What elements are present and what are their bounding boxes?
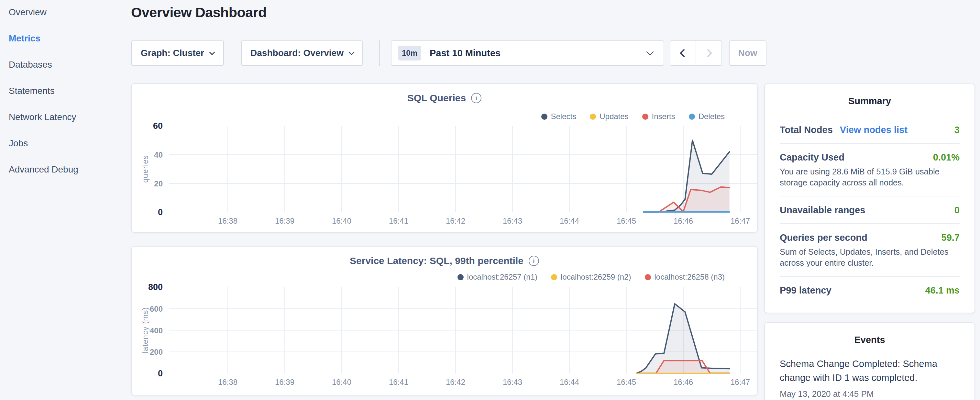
svg-text:40: 40	[154, 150, 163, 159]
summary-label: Queries per second	[780, 233, 867, 243]
service-latency-legend: localhost:26257 (n1)localhost:26259 (n2)…	[458, 273, 725, 282]
chart-title-row: SQL Queries i	[132, 92, 757, 104]
sql-queries-chart: 16:3816:3916:4016:4116:4216:4316:4416:45…	[132, 123, 758, 229]
svg-text:16:46: 16:46	[674, 378, 693, 386]
svg-text:200: 200	[150, 347, 163, 356]
time-next-button[interactable]	[695, 40, 722, 66]
info-icon[interactable]: i	[471, 93, 481, 103]
legend-item[interactable]: localhost:26259 (n2)	[551, 273, 631, 282]
summary-label: Total Nodes	[780, 124, 833, 135]
service-latency-card: Service Latency: SQL, 99th percentile i …	[131, 246, 758, 395]
legend-label: localhost:26259 (n2)	[561, 273, 631, 282]
svg-text:16:38: 16:38	[218, 217, 237, 225]
chart-title: Service Latency: SQL, 99th percentile	[350, 255, 523, 266]
summary-row-p99-latency: P99 latency 46.1 ms	[780, 276, 959, 304]
svg-text:16:43: 16:43	[503, 378, 522, 386]
chart-title-row: Service Latency: SQL, 99th percentile i	[132, 255, 757, 266]
legend-item[interactable]: localhost:26257 (n1)	[458, 273, 538, 282]
sidebar-item-databases[interactable]: Databases	[9, 58, 127, 71]
svg-text:600: 600	[150, 304, 163, 313]
svg-text:400: 400	[150, 326, 163, 335]
legend-dot-icon	[458, 274, 464, 280]
legend-dot-icon	[590, 113, 596, 120]
legend-item[interactable]: Updates	[590, 112, 628, 121]
legend-item[interactable]: Inserts	[642, 112, 675, 121]
chevron-left-icon	[680, 49, 688, 57]
summary-row-capacity-used: Capacity Used 0.01% You are using 28.6 M…	[780, 143, 959, 196]
legend-item[interactable]: localhost:26258 (n3)	[645, 273, 725, 282]
summary-label: Capacity Used	[780, 152, 845, 163]
svg-text:16:38: 16:38	[218, 378, 237, 386]
legend-item[interactable]: Deletes	[689, 112, 725, 121]
legend-dot-icon	[645, 274, 651, 280]
svg-text:60: 60	[153, 123, 163, 131]
sidebar-item-jobs[interactable]: Jobs	[9, 137, 127, 150]
legend-label: Updates	[600, 112, 628, 121]
svg-text:16:44: 16:44	[560, 378, 579, 386]
svg-text:16:39: 16:39	[275, 217, 294, 225]
sidebar: Overview Metrics Databases Statements Ne…	[0, 0, 127, 400]
chevron-down-icon	[348, 49, 354, 55]
svg-text:16:39: 16:39	[275, 378, 294, 386]
summary-title: Summary	[780, 96, 959, 107]
event-item[interactable]: Schema Change Completed: Schema change w…	[780, 357, 959, 385]
svg-text:16:43: 16:43	[503, 217, 522, 225]
svg-text:16:45: 16:45	[617, 217, 636, 225]
time-step-buttons	[670, 40, 722, 66]
summary-description: Sum of Selects, Updates, Inserts, and De…	[780, 246, 959, 268]
legend-dot-icon	[689, 113, 695, 120]
info-icon[interactable]: i	[529, 256, 539, 266]
chevron-down-icon	[646, 48, 654, 56]
time-range-badge: 10m	[398, 46, 421, 61]
summary-panel: Summary Total Nodes View nodes list 3 Ca…	[764, 83, 975, 313]
legend-label: Inserts	[652, 112, 675, 121]
view-nodes-list-link[interactable]: View nodes list	[840, 124, 908, 135]
svg-text:800: 800	[148, 284, 163, 292]
svg-text:16:47: 16:47	[730, 217, 750, 225]
summary-value: 59.7	[942, 233, 959, 243]
sidebar-item-metrics[interactable]: Metrics	[9, 32, 127, 45]
service-latency-chart: 16:3816:3916:4016:4116:4216:4316:4416:45…	[132, 284, 758, 390]
summary-value: 46.1 ms	[925, 285, 959, 296]
toolbar-divider	[379, 40, 380, 66]
legend-dot-icon	[541, 113, 547, 120]
svg-text:16:42: 16:42	[446, 217, 465, 225]
summary-description: You are using 28.6 MiB of 515.9 GiB usab…	[780, 166, 959, 188]
sidebar-item-advanced-debug[interactable]: Advanced Debug	[9, 163, 127, 176]
time-prev-button[interactable]	[670, 40, 696, 66]
graph-dropdown[interactable]: Graph: Cluster	[131, 40, 224, 66]
svg-text:16:41: 16:41	[389, 217, 408, 225]
svg-text:16:40: 16:40	[332, 378, 352, 386]
event-timestamp: May 13, 2020 at 4:45 PM	[780, 389, 959, 399]
svg-text:16:42: 16:42	[446, 378, 465, 386]
svg-text:20: 20	[154, 179, 163, 188]
legend-dot-icon	[642, 113, 648, 120]
events-title: Events	[780, 335, 959, 345]
summary-row-queries-per-second: Queries per second 59.7 Sum of Selects, …	[780, 223, 959, 276]
dashboard-dropdown[interactable]: Dashboard: Overview	[241, 40, 363, 66]
chart-title: SQL Queries	[407, 92, 466, 104]
time-range-label: Past 10 Minutes	[430, 48, 501, 59]
svg-text:16:46: 16:46	[674, 217, 693, 225]
sidebar-item-statements[interactable]: Statements	[9, 84, 127, 97]
graph-dropdown-label: Graph: Cluster	[141, 48, 204, 58]
dashboard-dropdown-label: Dashboard: Overview	[250, 48, 344, 58]
legend-item[interactable]: Selects	[541, 112, 576, 121]
chevron-down-icon	[209, 49, 215, 55]
legend-label: Selects	[551, 112, 576, 121]
now-button[interactable]: Now	[729, 40, 767, 66]
time-range-dropdown[interactable]: 10m Past 10 Minutes	[391, 40, 664, 66]
sidebar-item-network-latency[interactable]: Network Latency	[9, 111, 127, 124]
svg-text:16:41: 16:41	[389, 378, 408, 386]
summary-value: 0	[955, 205, 959, 215]
summary-value: 0.01%	[933, 152, 959, 163]
svg-text:0: 0	[158, 207, 163, 217]
summary-row-total-nodes: Total Nodes View nodes list 3	[780, 107, 959, 143]
sql-queries-card: SQL Queries i SelectsUpdatesInsertsDelet…	[131, 83, 758, 233]
legend-label: localhost:26257 (n1)	[467, 273, 538, 282]
summary-value: 3	[955, 124, 959, 135]
sidebar-item-overview[interactable]: Overview	[9, 6, 127, 19]
page-title: Overview Dashboard	[131, 5, 267, 21]
legend-label: localhost:26258 (n3)	[654, 273, 725, 282]
svg-text:16:45: 16:45	[617, 378, 636, 386]
